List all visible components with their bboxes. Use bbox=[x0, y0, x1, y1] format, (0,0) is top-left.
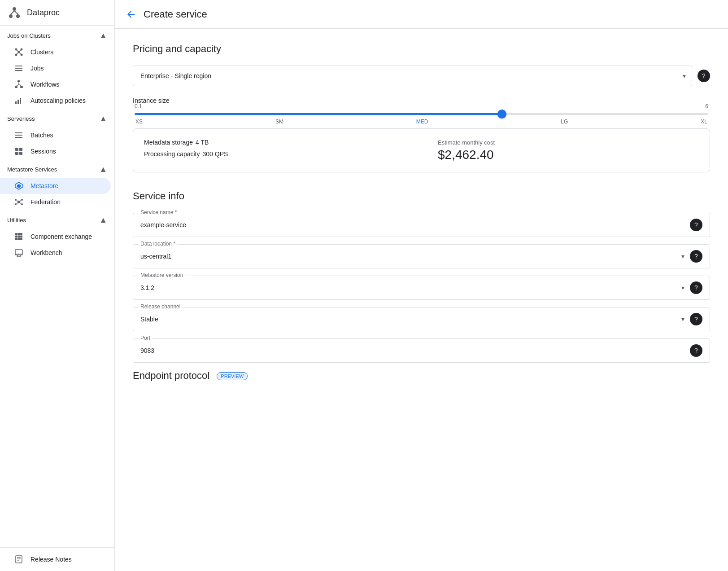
section-metastore-services-header[interactable]: Metastore Services ▲ bbox=[0, 159, 114, 178]
svg-rect-23 bbox=[15, 101, 17, 104]
service-name-field: Service name * ? bbox=[133, 213, 710, 237]
sidebar-item-component-exchange[interactable]: Component exchange bbox=[0, 228, 111, 245]
sidebar-item-federation[interactable]: Federation bbox=[0, 194, 111, 210]
metastore-version-help-icon[interactable]: ? bbox=[690, 281, 702, 294]
svg-rect-50 bbox=[15, 238, 17, 240]
svg-point-39 bbox=[21, 203, 23, 205]
sidebar-item-release-notes[interactable]: Release Notes bbox=[0, 551, 111, 567]
svg-rect-17 bbox=[17, 80, 20, 82]
sidebar-item-clusters[interactable]: Clusters bbox=[0, 44, 111, 60]
release-notes-icon bbox=[14, 555, 23, 564]
section-jobs-on-clusters-header[interactable]: Jobs on Clusters ▲ bbox=[0, 26, 114, 44]
estimate-cost-value: $2,462.40 bbox=[438, 148, 699, 162]
endpoint-title: Endpoint protocol PREVIEW bbox=[133, 370, 710, 382]
main-content: Create service Pricing and capacity Ente… bbox=[115, 0, 728, 571]
release-channel-label: Release channel bbox=[139, 303, 182, 310]
svg-rect-29 bbox=[15, 148, 18, 151]
release-channel-select[interactable]: Stable Canary bbox=[140, 316, 684, 323]
sidebar-item-workflows[interactable]: Workflows bbox=[0, 76, 111, 92]
back-button[interactable] bbox=[126, 9, 136, 20]
federation-icon bbox=[14, 198, 23, 206]
service-name-label: Service name * bbox=[139, 209, 179, 215]
svg-marker-34 bbox=[17, 184, 21, 188]
data-location-label: Data location * bbox=[139, 241, 177, 247]
topbar: Create service bbox=[115, 0, 728, 29]
page-title: Create service bbox=[144, 9, 207, 20]
section-jobs-on-clusters-title: Jobs on Clusters bbox=[7, 32, 51, 39]
section-serverless: Serverless ▲ Batches Sessions bbox=[0, 109, 114, 159]
processing-capacity-label: Processing capacity bbox=[144, 150, 200, 158]
svg-rect-28 bbox=[15, 137, 22, 138]
jobs-label: Jobs bbox=[31, 65, 44, 72]
workbench-icon bbox=[14, 248, 23, 257]
sidebar-item-batches[interactable]: Batches bbox=[0, 127, 111, 143]
slider-label-med: MED bbox=[416, 119, 428, 125]
estimate-monthly-label: Estimate monthly cost bbox=[438, 139, 699, 146]
pricing-card-right: Estimate monthly cost $2,462.40 bbox=[427, 139, 699, 162]
pricing-section-title: Pricing and capacity bbox=[133, 43, 710, 55]
svg-line-10 bbox=[16, 49, 19, 52]
svg-line-21 bbox=[16, 84, 19, 86]
svg-rect-49 bbox=[20, 236, 22, 238]
sidebar-item-autoscaling[interactable]: Autoscaling policies bbox=[0, 92, 111, 109]
svg-rect-15 bbox=[15, 68, 22, 69]
chevron-up-icon-4: ▲ bbox=[99, 215, 107, 225]
service-name-input[interactable] bbox=[140, 221, 684, 228]
slider-thumb[interactable] bbox=[497, 110, 506, 119]
sidebar-item-jobs[interactable]: Jobs bbox=[0, 60, 111, 76]
slider-label-lg: LG bbox=[561, 119, 568, 125]
pricing-card-divider bbox=[416, 138, 416, 163]
port-input[interactable] bbox=[140, 347, 684, 354]
metastore-version-label: Metastore version bbox=[139, 272, 185, 278]
svg-point-2 bbox=[16, 14, 20, 18]
data-location-help-icon[interactable]: ? bbox=[690, 250, 702, 263]
chevron-up-icon-3: ▲ bbox=[99, 165, 107, 174]
svg-rect-46 bbox=[20, 233, 22, 235]
jobs-icon bbox=[14, 64, 23, 73]
svg-line-41 bbox=[20, 200, 21, 202]
slider-labels: XS SM MED LG XL bbox=[135, 119, 708, 125]
metastore-version-select[interactable]: 3.1.2 3.0.0 2.3.6 bbox=[140, 284, 684, 291]
metastore-icon bbox=[14, 181, 23, 190]
slider-max-value: 6 bbox=[705, 103, 708, 110]
svg-rect-18 bbox=[15, 86, 17, 88]
svg-line-3 bbox=[11, 11, 14, 14]
sidebar-item-workbench[interactable]: Workbench bbox=[0, 245, 111, 261]
data-location-field: Data location * us-central1 us-east1 eur… bbox=[133, 244, 710, 268]
section-metastore-services: Metastore Services ▲ Metastore Federatio… bbox=[0, 159, 114, 210]
release-channel-help-icon[interactable]: ? bbox=[690, 313, 702, 325]
svg-line-12 bbox=[16, 52, 19, 55]
sidebar-bottom: Release Notes bbox=[0, 547, 114, 571]
data-location-select[interactable]: us-central1 us-east1 europe-west1 bbox=[140, 253, 684, 260]
component-exchange-icon bbox=[14, 232, 23, 241]
port-label: Port bbox=[139, 335, 152, 341]
svg-rect-48 bbox=[18, 236, 20, 238]
pricing-tier-select[interactable]: Enterprise - Single region Enterprise Pl… bbox=[133, 66, 692, 86]
svg-line-43 bbox=[20, 202, 21, 204]
service-name-help-icon[interactable]: ? bbox=[690, 219, 702, 231]
metastore-version-row: 3.1.2 3.0.0 2.3.6 ▾ ? bbox=[140, 281, 702, 294]
sidebar-item-sessions[interactable]: Sessions bbox=[0, 143, 111, 159]
port-help-icon[interactable]: ? bbox=[690, 344, 702, 357]
svg-line-4 bbox=[14, 11, 18, 14]
batches-label: Batches bbox=[31, 132, 53, 139]
pricing-dropdown-wrapper: Enterprise - Single region Enterprise Pl… bbox=[133, 66, 692, 86]
sidebar-item-metastore[interactable]: Metastore bbox=[0, 178, 111, 194]
pricing-help-icon[interactable]: ? bbox=[697, 70, 710, 82]
pricing-card-left: Metadata storage 4 TB Processing capacit… bbox=[144, 139, 405, 162]
processing-capacity-row: Processing capacity 300 QPS bbox=[144, 150, 405, 159]
section-jobs-on-clusters: Jobs on Clusters ▲ Clusters Jobs Workflo… bbox=[0, 26, 114, 109]
pricing-card: Metadata storage 4 TB Processing capacit… bbox=[133, 128, 710, 172]
processing-capacity-value: 300 QPS bbox=[203, 150, 228, 158]
metadata-storage-label: Metadata storage bbox=[144, 139, 193, 146]
svg-line-22 bbox=[19, 84, 22, 86]
instance-size-label: Instance size bbox=[133, 97, 710, 104]
app-name: Dataproc bbox=[27, 8, 60, 18]
section-utilities-header[interactable]: Utilities ▲ bbox=[0, 210, 114, 228]
workbench-label: Workbench bbox=[31, 249, 62, 256]
section-serverless-header[interactable]: Serverless ▲ bbox=[0, 109, 114, 127]
release-channel-dropdown: Stable Canary ▾ bbox=[140, 316, 684, 323]
svg-rect-26 bbox=[15, 132, 22, 133]
svg-rect-31 bbox=[15, 152, 18, 155]
batches-icon bbox=[14, 131, 23, 140]
